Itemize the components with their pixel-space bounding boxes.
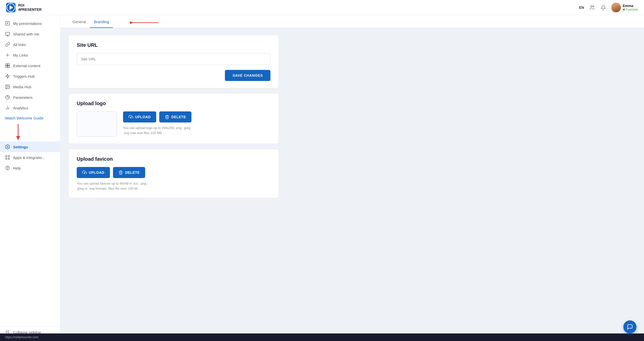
upload-icon bbox=[82, 170, 87, 175]
site-url-title: Site URL bbox=[77, 42, 270, 48]
save-changes-button[interactable]: SAVE CHANGES bbox=[225, 70, 270, 81]
upload-logo-button[interactable]: UPLOAD bbox=[123, 111, 156, 122]
chat-button[interactable] bbox=[623, 320, 636, 333]
sidebar-item-help[interactable]: Help bbox=[0, 163, 60, 173]
sidebar-item-triggers-hub[interactable]: Triggers Hub bbox=[0, 71, 60, 81]
main-content: General Branding Site URL SAVE CHANGES U… bbox=[60, 15, 644, 341]
sidebar-item-label: Settings bbox=[13, 145, 28, 149]
logo-text: ROI 4PRESENTER bbox=[18, 3, 42, 12]
svg-rect-8 bbox=[6, 64, 8, 66]
user-avatar-area[interactable]: Emma Available bbox=[611, 3, 638, 12]
upload-favicon-hint: You can upload favicon up to 48x48 in .i… bbox=[77, 181, 147, 191]
sidebar-item-label: All links bbox=[13, 42, 26, 47]
language-button[interactable]: EN bbox=[579, 6, 584, 10]
upload-favicon-button[interactable]: UPLOAD bbox=[77, 167, 110, 178]
upload-logo-hint: You can upload logo up to 256x256 .png, … bbox=[123, 125, 193, 135]
svg-point-13 bbox=[7, 86, 7, 87]
bottom-bar: https://roi4presenter.com bbox=[0, 333, 644, 341]
sidebar-item-all-links[interactable]: All links bbox=[0, 39, 60, 50]
trash-icon bbox=[165, 115, 169, 119]
help-icon bbox=[5, 165, 10, 170]
sidebar-item-media-hub[interactable]: Media Hub bbox=[0, 81, 60, 92]
users-icon[interactable] bbox=[589, 5, 595, 11]
upload-favicon-area: UPLOAD DELETE You can upload favicon up … bbox=[77, 167, 270, 191]
sidebar-item-label: Analytics bbox=[13, 106, 28, 110]
svg-marker-24 bbox=[130, 21, 133, 24]
delete-logo-button[interactable]: DELETE bbox=[159, 111, 191, 122]
sidebar-item-settings[interactable]: Settings bbox=[0, 142, 60, 152]
sidebar-item-label: My presentations bbox=[13, 21, 42, 26]
upload-favicon-controls: UPLOAD DELETE You can upload favicon up … bbox=[77, 167, 147, 191]
svg-rect-17 bbox=[6, 156, 7, 157]
sidebar-item-label: Shared with me bbox=[13, 32, 39, 36]
tab-branding[interactable]: Branding bbox=[90, 15, 113, 28]
header: ROI 4PRESENTER EN Emma Available bbox=[0, 0, 644, 15]
settings-icon bbox=[5, 144, 10, 149]
sidebar-item-label: External content bbox=[13, 64, 40, 68]
sidebar-item-external-content[interactable]: External content bbox=[0, 60, 60, 71]
sidebar-item-label: Media Hub bbox=[13, 85, 31, 89]
svg-rect-6 bbox=[6, 32, 10, 35]
site-url-input[interactable] bbox=[77, 53, 270, 65]
svg-point-22 bbox=[8, 169, 8, 169]
red-arrow-horizontal bbox=[130, 20, 160, 25]
trash-icon bbox=[118, 170, 123, 175]
upload-favicon-title: Upload favicon bbox=[77, 156, 270, 162]
sidebar: My presentations Shared with me All link… bbox=[0, 15, 60, 341]
svg-point-16 bbox=[7, 146, 8, 148]
logo: ROI 4PRESENTER bbox=[6, 3, 42, 12]
chat-icon bbox=[627, 324, 633, 330]
sidebar-item-analytics[interactable]: Analytics bbox=[0, 103, 60, 113]
svg-point-3 bbox=[591, 6, 592, 7]
header-right: EN Emma Available bbox=[579, 3, 638, 12]
avatar bbox=[611, 3, 621, 12]
svg-point-4 bbox=[593, 6, 594, 7]
status-dot bbox=[623, 9, 625, 11]
sidebar-item-parameters[interactable]: Parameters bbox=[0, 92, 60, 103]
sidebar-item-shared-with-me[interactable]: Shared with me bbox=[0, 29, 60, 39]
grid-icon bbox=[5, 63, 10, 68]
user-name: Emma bbox=[623, 4, 638, 8]
sidebar-item-apps[interactable]: Apps & integratio... bbox=[0, 152, 60, 163]
analytics-icon bbox=[5, 105, 10, 110]
apps-icon bbox=[5, 155, 10, 160]
sidebar-item-label: Triggers Hub bbox=[13, 74, 35, 78]
sidebar-item-label: Apps & integratio... bbox=[13, 155, 45, 160]
chart-bar-icon bbox=[5, 21, 10, 26]
red-arrow-down bbox=[15, 123, 21, 141]
link-icon bbox=[5, 42, 10, 47]
upload-logo-controls: UPLOAD DELETE You can upload logo up to … bbox=[123, 111, 193, 135]
sidebar-item-label: Parameters bbox=[13, 95, 33, 100]
upload-favicon-buttons: UPLOAD DELETE bbox=[77, 167, 147, 178]
sidebar-item-label: Help bbox=[13, 166, 21, 170]
pie-icon bbox=[5, 95, 10, 100]
delete-favicon-button[interactable]: DELETE bbox=[113, 167, 145, 178]
user-info: Emma Available bbox=[623, 4, 638, 11]
watch-welcome-guide-link[interactable]: Watch Welcome Guide bbox=[0, 113, 60, 123]
svg-rect-20 bbox=[8, 158, 10, 159]
upload-logo-area: UPLOAD DELETE You can upload logo up to … bbox=[77, 111, 270, 137]
svg-rect-18 bbox=[8, 156, 10, 157]
bottom-url: https://roi4presenter.com bbox=[5, 335, 38, 339]
svg-rect-10 bbox=[6, 66, 8, 68]
svg-rect-11 bbox=[8, 66, 10, 68]
layout: My presentations Shared with me All link… bbox=[0, 15, 644, 341]
link-alt-icon bbox=[5, 53, 10, 58]
upload-favicon-card: Upload favicon UPLOAD bbox=[68, 149, 279, 198]
image-icon bbox=[5, 84, 10, 89]
svg-point-7 bbox=[7, 55, 8, 56]
notifications-icon[interactable] bbox=[600, 5, 606, 11]
bolt-icon bbox=[5, 74, 10, 79]
user-status: Available bbox=[623, 8, 638, 11]
settings-content: Site URL SAVE CHANGES Upload logo bbox=[60, 28, 287, 210]
upload-logo-card: Upload logo UPLOAD bbox=[68, 93, 279, 144]
sidebar-item-my-links[interactable]: My Links bbox=[0, 50, 60, 60]
tab-general[interactable]: General bbox=[68, 15, 90, 28]
logo-preview bbox=[77, 111, 117, 137]
upload-icon bbox=[129, 115, 133, 119]
logo-icon bbox=[6, 3, 16, 12]
sidebar-item-my-presentations[interactable]: My presentations bbox=[0, 18, 60, 29]
svg-marker-15 bbox=[16, 136, 20, 140]
site-url-card: Site URL SAVE CHANGES bbox=[68, 35, 279, 88]
sidebar-item-label: My Links bbox=[13, 53, 28, 57]
